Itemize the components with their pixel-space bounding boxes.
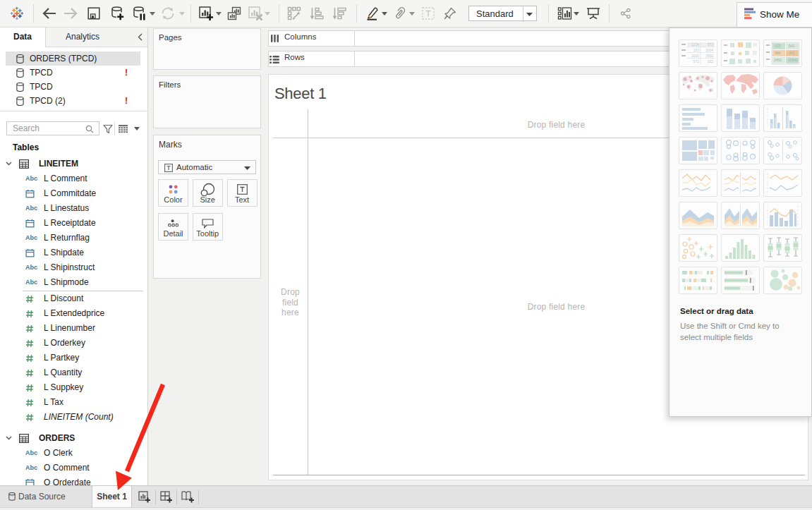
svg-text:153: 153 <box>693 48 700 52</box>
svg-text:541: 541 <box>789 44 795 48</box>
svg-text:988: 988 <box>775 51 781 55</box>
svg-text:342: 342 <box>789 51 795 55</box>
svg-text:571: 571 <box>693 59 700 63</box>
svg-text:322: 322 <box>708 59 714 63</box>
svg-text:2020: 2020 <box>691 54 699 58</box>
svg-text:123: 123 <box>775 44 781 48</box>
svg-text:573: 573 <box>708 42 714 47</box>
svg-text:3004: 3004 <box>705 48 713 52</box>
svg-text:1234: 1234 <box>691 42 699 47</box>
svg-text:2450: 2450 <box>774 58 782 62</box>
svg-text:10540: 10540 <box>788 58 798 62</box>
svg-text:2650: 2650 <box>705 54 713 58</box>
